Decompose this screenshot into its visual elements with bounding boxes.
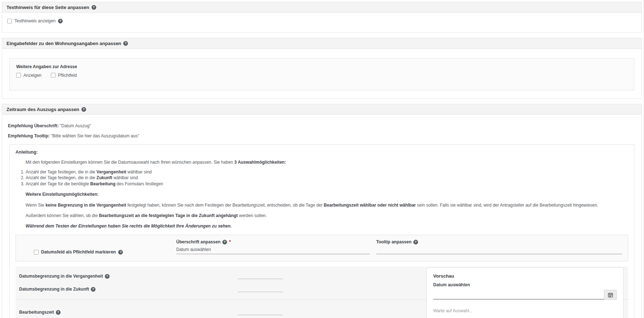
bearbeitungszeit-label: Bearbeitungszeit: [19, 310, 54, 315]
anzeigen-label: Anzeigen: [23, 73, 41, 78]
anzeigen-row: Anzeigen: [16, 73, 41, 78]
pflichtfeld-checkbox[interactable]: [51, 73, 55, 78]
vorschau-date-input[interactable]: [433, 290, 604, 300]
datumsfeld-pflichtfeld-row: Datumsfeld als Pflichtfeld markieren ?: [34, 249, 123, 255]
anzeigen-checkbox[interactable]: [16, 73, 21, 78]
calendar-icon: [608, 292, 613, 297]
help-icon[interactable]: ?: [123, 41, 128, 46]
settings-page: Texthinweis für diese Seite anpassen ? T…: [0, 0, 644, 318]
vorschau-status: Warte auf Auswahl...: [433, 308, 617, 313]
zukunft-input[interactable]: [238, 284, 283, 292]
panel-texthinweis-header: Texthinweis für diese Seite anpassen ?: [2, 2, 641, 13]
pflichtfeld-label: Pflichtfeld: [58, 73, 77, 78]
pflichtfeld-markieren-col: Datumsfeld als Pflichtfeld markieren ?: [16, 239, 176, 255]
ueberschrift-input[interactable]: [176, 244, 370, 254]
pflichtfeld-row: Pflichtfeld: [51, 73, 77, 78]
help-icon[interactable]: ?: [56, 310, 61, 315]
panel-texthinweis-title: Texthinweis für diese Seite anpassen: [6, 5, 89, 10]
anleitung-box: Anleitung: Mit den folgenden Einstellung…: [9, 144, 634, 318]
bearbeitungszeit-input[interactable]: [238, 308, 283, 315]
tooltip-anpassen-label: Tooltip anpassen: [376, 239, 412, 244]
empfehlung-tooltip-value: "Bitte wählen Sie hier das Auszugsdatum …: [51, 133, 139, 138]
anleitung-more-heading: Weitere Einstellungsmöglichkeiten:: [26, 191, 628, 197]
adresse-group-label: Weitere Angaben zur Adresse: [16, 64, 627, 69]
ueberschrift-anpassen-col: Überschrift anpassen ? *: [176, 239, 376, 255]
empfehlung-tooltip-label: Empfehlung Tooltip:: [8, 133, 50, 138]
required-marker: *: [229, 239, 231, 244]
help-icon[interactable]: ?: [222, 240, 227, 244]
panel-zeitraum-body: Empfehlung Überschrift: "Datum Auszug" E…: [2, 115, 641, 318]
vergangenheit-label-row: Datumsbegrenzung in die Vergangenheit ?: [19, 274, 238, 279]
panel-zeitraum-title: Zeitraum des Auszugs anpassen: [6, 107, 79, 112]
panel-texthinweis: Texthinweis für diese Seite anpassen ? T…: [2, 2, 642, 33]
texthinweis-anzeigen-label: Texthinweis anzeigen: [14, 18, 55, 23]
vorschau-title: Vorschau: [433, 273, 617, 279]
help-icon[interactable]: ?: [81, 107, 86, 112]
anleitung-list-item: Anzahl der Tage festlegen, die in die Zu…: [26, 175, 628, 181]
tooltip-anpassen-col: Tooltip anpassen ?: [376, 239, 622, 255]
ueberschrift-anpassen-label-row: Überschrift anpassen ? *: [176, 239, 370, 244]
anleitung-para-testen: Während dem Testen der Einstellungen hab…: [26, 223, 628, 229]
empfehlung-tooltip: Empfehlung Tooltip: "Bitte wählen Sie hi…: [8, 133, 636, 138]
panel-zeitraum-header: Zeitraum des Auszugs anpassen ?: [2, 104, 641, 115]
tooltip-anpassen-label-row: Tooltip anpassen ?: [376, 239, 622, 244]
anleitung-para-begrenzung: Wenn Sie keine Begrenzung in die Vergang…: [26, 202, 628, 208]
adresse-settings-box: Weitere Angaben zur Adresse Anzeigen Pfl…: [9, 58, 634, 90]
datumsfeld-pflichtfeld-label: Datumsfeld als Pflichtfeld markieren: [41, 249, 116, 255]
anleitung-para-ausserdem: Außerdem können Sie wählen, ob die Bearb…: [26, 213, 628, 218]
help-icon[interactable]: ?: [58, 19, 63, 23]
help-icon[interactable]: ?: [413, 240, 418, 244]
panel-zeitraum: Zeitraum des Auszugs anpassen ? Empfehlu…: [2, 104, 642, 318]
anleitung-list: Anzahl der Tage festlegen, die in die Ve…: [15, 169, 628, 187]
vorschau-date-input-row: [433, 290, 617, 300]
panel-eingabefelder: Eingabefelder zu den Wohnungsangaben anp…: [2, 38, 642, 99]
vorschau-panel: Vorschau Datum auswählen: [426, 268, 623, 318]
empfehlung-ueberschrift-label: Empfehlung Überschrift:: [8, 123, 59, 128]
anleitung-intro: Mit den folgenden Einstellungen können S…: [26, 159, 628, 165]
anleitung-list-item: Anzahl der Tage für die benötigte Bearbe…: [26, 181, 628, 187]
calendar-button[interactable]: [604, 290, 617, 300]
tooltip-input[interactable]: [376, 244, 622, 254]
help-icon[interactable]: ?: [92, 5, 96, 10]
panel-texthinweis-body: Texthinweis anzeigen ?: [2, 13, 641, 32]
zukunft-label-row: Datumsbegrenzung in die Zukunft ?: [19, 287, 238, 292]
help-icon[interactable]: ?: [91, 287, 96, 292]
panel-eingabefelder-body: Weitere Angaben zur Adresse Anzeigen Pfl…: [2, 49, 641, 98]
texthinweis-anzeigen-row: Texthinweis anzeigen ?: [7, 18, 63, 23]
anleitung-heading: Anleitung:: [15, 150, 628, 155]
date-settings-row: Datumsfeld als Pflichtfeld markieren ? Ü…: [15, 235, 628, 261]
adresse-checkbox-group: Anzeigen Pflichtfeld: [16, 73, 627, 78]
ueberschrift-anpassen-label: Überschrift anpassen: [176, 239, 221, 244]
empfehlung-ueberschrift-value: "Datum Auszug": [60, 123, 91, 128]
vergangenheit-input[interactable]: [238, 271, 283, 279]
empfehlung-ueberschrift: Empfehlung Überschrift: "Datum Auszug": [8, 123, 636, 128]
texthinweis-anzeigen-checkbox[interactable]: [7, 19, 12, 23]
help-icon[interactable]: ?: [118, 250, 123, 255]
vergangenheit-label: Datumsbegrenzung in die Vergangenheit: [19, 274, 103, 279]
panel-eingabefelder-title: Eingabefelder zu den Wohnungsangaben anp…: [6, 41, 121, 46]
datumsfeld-pflichtfeld-checkbox[interactable]: [34, 250, 39, 255]
help-icon[interactable]: ?: [105, 274, 110, 279]
zukunft-label: Datumsbegrenzung in die Zukunft: [19, 287, 89, 292]
date-limits-block: Datumsbegrenzung in die Vergangenheit ? …: [15, 266, 628, 318]
anleitung-list-item: Anzahl der Tage festlegen, die in die Ve…: [26, 169, 628, 175]
panel-eingabefelder-header: Eingabefelder zu den Wohnungsangaben anp…: [2, 38, 641, 49]
bearbeitungszeit-label-row: Bearbeitungszeit ?: [19, 310, 238, 315]
vorschau-date-label: Datum auswählen: [433, 282, 617, 287]
